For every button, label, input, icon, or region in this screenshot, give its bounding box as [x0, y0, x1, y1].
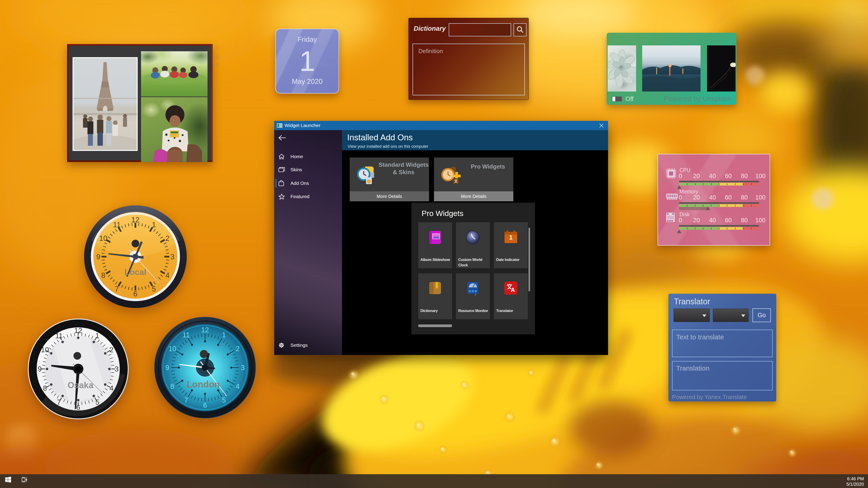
svg-text:5: 5	[222, 396, 226, 404]
svg-text:11: 11	[55, 332, 63, 340]
svg-text:7: 7	[184, 396, 188, 404]
svg-text:London: London	[187, 379, 220, 389]
svg-text:1: 1	[222, 331, 226, 339]
svg-text:12: 12	[201, 326, 209, 334]
svg-text:10: 10	[168, 345, 176, 353]
svg-text:5: 5	[152, 285, 156, 293]
svg-text:8: 8	[101, 271, 105, 280]
svg-text:8: 8	[43, 384, 47, 392]
svg-text:A: A	[511, 287, 515, 293]
svg-text:11: 11	[113, 221, 121, 229]
svg-text:9: 9	[165, 364, 169, 372]
svg-text:7: 7	[115, 285, 119, 293]
svg-text:12: 12	[74, 326, 82, 335]
svg-text:12: 12	[131, 216, 140, 224]
svg-text:2: 2	[165, 234, 169, 242]
svg-text:8: 8	[170, 383, 174, 390]
svg-text:Osaka: Osaka	[68, 381, 94, 390]
svg-text:10: 10	[99, 234, 107, 242]
svg-text:4: 4	[236, 383, 240, 390]
svg-text:2: 2	[110, 346, 114, 354]
svg-text:5: 5	[95, 398, 99, 406]
svg-text:9: 9	[96, 253, 100, 261]
svg-text:3: 3	[241, 364, 245, 372]
svg-text:4: 4	[110, 384, 114, 392]
svg-text:11: 11	[182, 331, 190, 339]
svg-text:6: 6	[133, 290, 137, 298]
svg-text:1: 1	[509, 234, 513, 241]
svg-text:6: 6	[76, 403, 80, 412]
svg-text:Local: Local	[125, 267, 147, 277]
svg-text:1: 1	[152, 221, 156, 229]
svg-text:4: 4	[165, 271, 169, 280]
svg-text:10: 10	[41, 346, 49, 354]
svg-text:3: 3	[170, 253, 175, 261]
svg-text:7: 7	[57, 398, 61, 406]
svg-text:1: 1	[95, 332, 99, 340]
svg-text:9: 9	[38, 365, 42, 373]
svg-text:2: 2	[236, 345, 240, 353]
svg-text:3: 3	[115, 365, 119, 373]
svg-text:6: 6	[203, 401, 207, 410]
